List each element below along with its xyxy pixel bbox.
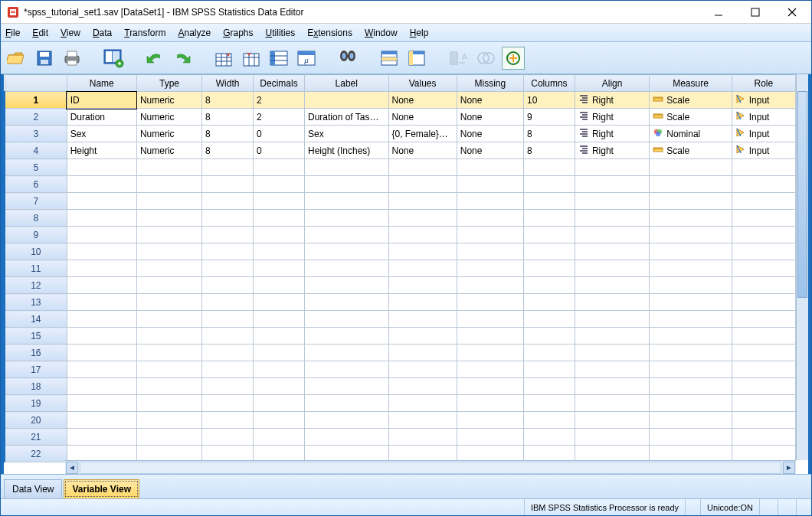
menu-graphs[interactable]: Graphs xyxy=(223,28,253,38)
cell-width[interactable]: 8 xyxy=(202,92,254,109)
goto-variable-button[interactable] xyxy=(240,47,263,70)
col-missing[interactable]: Missing xyxy=(457,75,523,92)
row-header[interactable]: 1 xyxy=(5,92,67,109)
cell-width[interactable]: 8 xyxy=(202,142,254,159)
cell-columns[interactable]: 8 xyxy=(523,142,575,159)
menu-edit[interactable]: Edit xyxy=(32,28,48,38)
table-row[interactable]: 3SexNumeric80Sex{0, Female}…None8 Right … xyxy=(5,126,796,142)
row-header[interactable]: 11 xyxy=(5,260,67,277)
cell-width[interactable]: 8 xyxy=(202,109,254,126)
cell-align[interactable]: Right xyxy=(575,109,649,126)
table-row-empty[interactable]: 12 xyxy=(5,277,796,294)
scrollbar-track[interactable] xyxy=(80,462,781,474)
weight-cases-button[interactable] xyxy=(405,47,428,70)
tab-data-view[interactable]: Data View xyxy=(4,479,62,498)
col-measure[interactable]: Measure xyxy=(650,75,732,92)
row-header[interactable]: 4 xyxy=(5,142,67,159)
row-header[interactable]: 15 xyxy=(5,328,67,345)
cell-measure[interactable]: Scale xyxy=(650,109,732,126)
row-header[interactable]: 17 xyxy=(5,361,67,378)
table-row-empty[interactable]: 8 xyxy=(5,210,796,227)
table-row-empty[interactable]: 9 xyxy=(5,227,796,243)
cell-label[interactable]: Sex xyxy=(304,126,388,142)
row-header[interactable]: 16 xyxy=(5,345,67,361)
menu-file[interactable]: File xyxy=(5,28,20,38)
table-row-empty[interactable]: 19 xyxy=(5,395,796,412)
cell-measure[interactable]: Scale xyxy=(650,142,732,159)
menu-analyze[interactable]: Analyze xyxy=(178,28,211,38)
menu-window[interactable]: Window xyxy=(365,28,398,38)
table-row-empty[interactable]: 14 xyxy=(5,311,796,328)
col-align[interactable]: Align xyxy=(575,75,649,92)
cell-name[interactable]: Height xyxy=(67,142,136,159)
select-cases-button[interactable]: A xyxy=(447,47,470,70)
maximize-button[interactable] xyxy=(744,5,767,20)
col-width[interactable]: Width xyxy=(202,75,254,92)
cell-align[interactable]: Right xyxy=(575,92,649,109)
cell-role[interactable]: Input xyxy=(732,126,795,142)
cell-type[interactable]: Numeric xyxy=(136,92,201,109)
row-header[interactable]: 6 xyxy=(5,176,67,193)
row-header[interactable]: 2 xyxy=(5,109,67,126)
table-row[interactable]: 1IDNumeric82NoneNone10 Right Scale Input xyxy=(5,92,796,109)
row-header[interactable]: 14 xyxy=(5,311,67,328)
cell-type[interactable]: Numeric xyxy=(136,126,201,142)
table-row-empty[interactable]: 10 xyxy=(5,243,796,260)
cell-decimals[interactable]: 0 xyxy=(254,142,305,159)
table-row-empty[interactable]: 18 xyxy=(5,378,796,395)
table-row-empty[interactable]: 7 xyxy=(5,193,796,210)
table-row-empty[interactable]: 21 xyxy=(5,429,796,446)
col-role[interactable]: Role xyxy=(732,75,795,92)
cell-decimals[interactable]: 2 xyxy=(254,92,305,109)
cell-values[interactable]: {0, Female}… xyxy=(388,126,457,142)
menu-help[interactable]: Help xyxy=(410,28,429,38)
table-row[interactable]: 2DurationNumeric82Duration of Tas…NoneNo… xyxy=(5,109,796,126)
cell-missing[interactable]: None xyxy=(457,142,523,159)
row-header[interactable]: 8 xyxy=(5,210,67,227)
table-row-empty[interactable]: 5 xyxy=(5,159,796,176)
cell-measure[interactable]: Nominal xyxy=(650,126,732,142)
undo-button[interactable] xyxy=(143,47,166,70)
col-decimals[interactable]: Decimals xyxy=(254,75,305,92)
row-header[interactable]: 5 xyxy=(5,159,67,176)
table-row-empty[interactable]: 17 xyxy=(5,361,796,378)
col-label[interactable]: Label xyxy=(304,75,388,92)
table-row[interactable]: 4HeightNumeric80Height (Inches)NoneNone8… xyxy=(5,142,796,159)
close-button[interactable] xyxy=(781,5,804,20)
cell-name[interactable]: Sex xyxy=(67,126,136,142)
tab-variable-view[interactable]: Variable View xyxy=(64,479,139,498)
scroll-right-button[interactable]: ► xyxy=(783,462,795,474)
cell-width[interactable]: 8 xyxy=(202,126,254,142)
menu-extensions[interactable]: Extensions xyxy=(307,28,352,38)
cell-label[interactable]: Height (Inches) xyxy=(304,142,388,159)
table-row-empty[interactable]: 13 xyxy=(5,294,796,311)
cell-role[interactable]: Input xyxy=(732,92,795,109)
use-variable-sets-button[interactable] xyxy=(502,47,525,70)
save-button[interactable] xyxy=(33,47,56,70)
menu-data[interactable]: Data xyxy=(93,28,112,38)
row-header[interactable]: 18 xyxy=(5,378,67,395)
col-type[interactable]: Type xyxy=(136,75,201,92)
redo-button[interactable] xyxy=(171,47,194,70)
scroll-left-button[interactable]: ◄ xyxy=(66,462,78,474)
recall-dialog-button[interactable] xyxy=(102,47,125,70)
variable-grid[interactable]: Name Type Width Decimals Label Values Mi… xyxy=(4,74,808,474)
cell-decimals[interactable]: 2 xyxy=(254,109,305,126)
cell-label[interactable] xyxy=(304,92,388,109)
menu-transform[interactable]: Transform xyxy=(124,28,165,38)
cell-measure[interactable]: Scale xyxy=(650,92,732,109)
scrollbar-thumb[interactable] xyxy=(797,91,807,298)
cell-columns[interactable]: 8 xyxy=(523,126,575,142)
row-header[interactable]: 12 xyxy=(5,277,67,294)
col-columns[interactable]: Columns xyxy=(523,75,575,92)
row-header[interactable]: 7 xyxy=(5,193,67,210)
cell-values[interactable]: None xyxy=(388,142,457,159)
row-header[interactable]: 9 xyxy=(5,227,67,243)
cell-missing[interactable]: None xyxy=(457,92,523,109)
minimize-button[interactable] xyxy=(707,5,730,20)
cell-type[interactable]: Numeric xyxy=(136,142,201,159)
value-labels-button[interactable] xyxy=(474,47,497,70)
menu-view[interactable]: View xyxy=(61,28,80,38)
cell-name[interactable]: ID xyxy=(67,92,136,109)
cell-align[interactable]: Right xyxy=(575,142,649,159)
